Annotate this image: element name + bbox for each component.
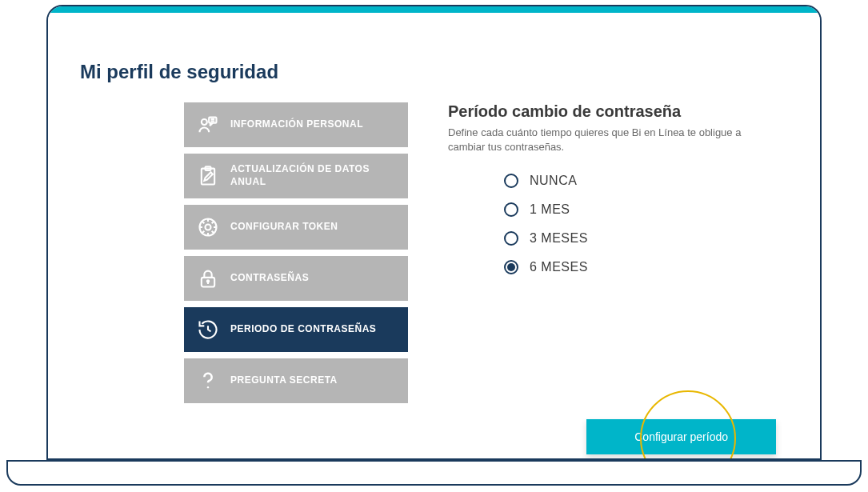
window-top-bar [48, 6, 820, 13]
question-icon [197, 370, 219, 392]
svg-point-7 [206, 225, 211, 230]
sidebar-item-info-personal[interactable]: INFORMACIÓN PERSONAL [184, 102, 408, 147]
sidebar-item-label: PREGUNTA SECRETA [230, 374, 338, 387]
laptop-base-frame [6, 460, 862, 486]
password-period-panel: Período cambio de contraseña Define cada… [448, 102, 788, 410]
gear-circle-icon [197, 216, 219, 238]
radio-option-nunca[interactable]: NUNCA [504, 174, 788, 188]
lock-icon [197, 267, 219, 290]
svg-rect-1 [209, 118, 216, 123]
laptop-screen-frame: Mi perfil de seguridad INFORMA [46, 5, 822, 460]
radio-option-1-mes[interactable]: 1 MES [504, 202, 788, 217]
sidebar-item-label: PERIODO DE CONTRASEÑAS [230, 323, 376, 336]
sidebar-item-configurar-token[interactable]: CONFIGURAR TOKEN [184, 205, 408, 250]
radio-label: 6 MESES [530, 260, 588, 274]
sidebar-item-contrasenas[interactable]: CONTRASEÑAS [184, 256, 408, 301]
svg-point-0 [202, 119, 207, 125]
clock-history-icon [197, 318, 219, 341]
radio-label: NUNCA [530, 174, 577, 188]
page-title: Mi perfil de seguridad [80, 61, 788, 83]
radio-circle-icon [504, 231, 518, 246]
period-radio-group: NUNCA 1 MES 3 MESES 6 MESES [504, 174, 788, 274]
radio-circle-icon [504, 202, 518, 217]
sidebar-item-periodo-contrasenas[interactable]: PERIODO DE CONTRASEÑAS [184, 307, 408, 352]
sidebar-item-label: CONTRASEÑAS [230, 272, 309, 285]
sidebar-item-actualizacion-datos[interactable]: ACTUALIZACIÓN DE DATOS ANUAL [184, 154, 408, 198]
svg-point-9 [207, 280, 209, 282]
main-content: Mi perfil de seguridad INFORMA [48, 13, 820, 434]
radio-label: 1 MES [530, 202, 570, 217]
sidebar-item-label: INFORMACIÓN PERSONAL [230, 118, 363, 131]
svg-point-11 [207, 386, 209, 388]
person-speech-icon [197, 114, 219, 136]
sidebar-item-label: CONFIGURAR TOKEN [230, 221, 338, 234]
configure-period-button[interactable]: Configurar período [586, 419, 776, 454]
sidebar-item-pregunta-secreta[interactable]: PREGUNTA SECRETA [184, 358, 408, 403]
clipboard-edit-icon [197, 165, 219, 187]
radio-option-3-meses[interactable]: 3 MESES [504, 231, 788, 246]
panel-title: Período cambio de contraseña [448, 102, 788, 121]
panel-description: Define cada cuánto tiempo quieres que Bi… [448, 126, 752, 154]
radio-circle-icon [504, 260, 518, 274]
radio-selected-dot-icon [507, 263, 515, 271]
sidebar-item-label: ACTUALIZACIÓN DE DATOS ANUAL [230, 163, 395, 188]
radio-option-6-meses[interactable]: 6 MESES [504, 260, 788, 274]
radio-circle-icon [504, 174, 518, 188]
security-sidebar: INFORMACIÓN PERSONAL ACTUALIZACIÓN DE DA… [184, 102, 408, 410]
radio-label: 3 MESES [530, 231, 588, 246]
